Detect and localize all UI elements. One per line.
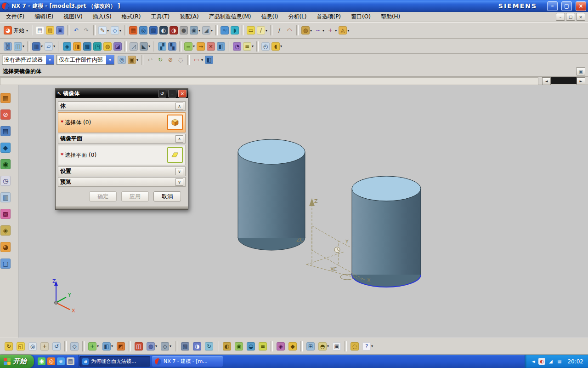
edge-blend-icon[interactable]: ◢▾ [202, 26, 213, 35]
datum-plane-icon-dropdown[interactable]: ▾ [119, 29, 121, 33]
save-icon[interactable]: ▣ [56, 26, 65, 35]
scroll-left-button[interactable]: ◄ [542, 77, 551, 85]
dropdown-arrow-icon[interactable]: ▾ [106, 55, 114, 64]
hole-icon[interactable]: ◉▾ [189, 26, 201, 35]
zoom-view-icon[interactable]: ◎ [28, 342, 37, 351]
color-palette-icon[interactable]: ▩ [0, 208, 11, 219]
through-curves-icon[interactable]: ≈ [220, 26, 229, 35]
ok-button[interactable]: 确定 [89, 191, 117, 201]
menu-format[interactable]: 格式(R) [117, 12, 146, 22]
menu-preferences[interactable]: 首选项(P) [312, 12, 345, 22]
layer-settings-icon[interactable]: ≡ [258, 342, 267, 351]
menu-tools[interactable]: 工具(T) [146, 12, 174, 22]
sketch-icon-dropdown[interactable]: ▾ [107, 29, 109, 33]
instance-geometry-icon[interactable]: ▚ [168, 42, 177, 51]
perspective-icon[interactable]: ◇ [70, 342, 79, 351]
prompt-panel-toggle-icon[interactable]: ▣ [576, 67, 585, 75]
process-studio-icon[interactable]: ▥ [0, 192, 11, 203]
section-preview-header[interactable]: 预览 ∨ [58, 177, 186, 187]
section-view-icon[interactable]: ◩ [116, 342, 125, 351]
sphere-icon-dropdown[interactable]: ▾ [310, 29, 312, 33]
close-button[interactable]: × [576, 1, 586, 11]
horizontal-scrollbar[interactable]: ◄ ► [0, 77, 588, 85]
analysis-curvature-icon[interactable]: ◔ [232, 42, 242, 51]
refresh-view-icon[interactable]: ↻ [4, 342, 13, 351]
select-plane-row[interactable]: * 选择平面 (0) [58, 145, 186, 165]
quick-launch-ie-icon[interactable]: e [57, 357, 65, 366]
edge-blend-icon-dropdown[interactable]: ▾ [211, 29, 213, 33]
menu-view[interactable]: 视图(V) [59, 12, 87, 22]
expressions-icon-dropdown[interactable]: ▾ [193, 44, 195, 48]
move-object-icon[interactable]: → [196, 42, 205, 51]
child-minimize-button[interactable]: – [556, 13, 565, 21]
right-cylinder-body[interactable] [352, 176, 421, 287]
snap-point-icon[interactable]: ◎ [117, 55, 126, 64]
rendering-style-icon-dropdown[interactable]: ▾ [155, 344, 157, 348]
edit-object-display-icon[interactable]: ◐ [222, 342, 232, 351]
mirror-geometry-icon-dropdown[interactable]: ▾ [23, 44, 24, 48]
minimize-button[interactable]: – [547, 1, 558, 11]
start-menu-button[interactable]: ◕开始▾ [3, 26, 28, 35]
tray-network-icon[interactable]: ▦ [555, 357, 563, 365]
menu-assemblies[interactable]: 装配(A) [175, 12, 204, 22]
cancel-button[interactable]: 取消 [153, 191, 181, 201]
sketch-icon[interactable]: ✎▾ [98, 26, 109, 35]
dialog-reset-button[interactable]: ↺ [158, 90, 166, 98]
datum-csys-icon[interactable]: ◬▾ [338, 26, 350, 35]
selection-scope-icon[interactable]: ▣▾ [127, 55, 139, 64]
apply-button[interactable]: 应用 [121, 191, 149, 201]
material-properties-icon[interactable]: ◆ [288, 342, 297, 351]
undo-icon[interactable]: ↶ [72, 26, 81, 35]
datum-csys-icon-dropdown[interactable]: ▾ [347, 29, 349, 33]
scope-filter-dropdown[interactable]: 仅在工作部件内部 ▾ [57, 55, 114, 65]
constraint-navigator-icon[interactable]: ⊘ [0, 109, 11, 120]
selection-scope-icon-dropdown[interactable]: ▾ [136, 58, 138, 62]
orient-view-icon-dropdown[interactable]: ▾ [327, 344, 329, 348]
tray-nx-icon[interactable]: ◐ [538, 357, 546, 365]
start-menu-button-dropdown[interactable]: ▾ [26, 29, 28, 33]
drafting-ruler-icon-dropdown[interactable]: ▾ [266, 29, 267, 33]
delete-face-icon[interactable]: × [206, 42, 215, 51]
taskbar-window-browser[interactable]: e 为何缝合面无法镜... [79, 356, 150, 367]
select-body-row[interactable]: * 选择体 (0) [58, 112, 186, 132]
through-curve-mesh-icon[interactable]: ▥▾ [32, 42, 43, 51]
menu-insert[interactable]: 插入(S) [88, 12, 116, 22]
roles-icon[interactable]: ◕ [0, 242, 11, 253]
fit-view-icon[interactable]: ◱ [16, 342, 25, 351]
boolean-intersect-icon[interactable]: ● [179, 26, 188, 35]
surface-analysis-icon[interactable]: ◴ [261, 42, 270, 51]
menu-analysis[interactable]: 分析(L) [283, 12, 311, 22]
history-icon[interactable]: ◷ [0, 175, 11, 186]
menu-edit[interactable]: 编辑(E) [30, 12, 58, 22]
orient-view-icon[interactable]: ◓▾ [318, 342, 329, 351]
start-button[interactable]: 开始 [0, 355, 34, 368]
immersive-shadow-icon[interactable]: ◒ [246, 342, 255, 351]
restore-button[interactable]: ▢ [561, 1, 572, 11]
select-body-button[interactable] [167, 115, 183, 130]
draft-icon[interactable]: ◿ [129, 42, 138, 51]
select-plane-button[interactable] [167, 147, 183, 163]
dialog-minimize-button[interactable]: – [168, 90, 176, 98]
redo-icon[interactable]: ↷ [82, 26, 91, 35]
command-finder-icon[interactable]: ◌ [350, 342, 359, 351]
background-icon[interactable]: ▧ [181, 342, 190, 351]
dialog-close-button[interactable]: × [178, 90, 187, 98]
reuse-library-icon[interactable]: ◆ [0, 142, 11, 153]
left-cylinder-body[interactable] [238, 139, 305, 250]
thicken-icon[interactable]: ▩ [83, 42, 92, 51]
chevron-up-icon[interactable]: ∧ [175, 103, 183, 110]
swept-icon[interactable]: ◗ [230, 26, 239, 35]
datum-plane-icon[interactable]: ◇▾ [110, 26, 122, 35]
quick-launch-media-icon[interactable]: ◎ [47, 357, 56, 366]
replace-view-icon[interactable]: ◧▾ [102, 342, 113, 351]
point-icon[interactable]: +▾ [326, 26, 337, 35]
replace-face-icon[interactable]: ◧ [216, 42, 226, 51]
chevron-up-icon[interactable]: ∧ [175, 135, 183, 143]
menu-file[interactable]: 文件(F) [1, 12, 29, 22]
reflection-analysis-icon-dropdown[interactable]: ▾ [280, 44, 282, 48]
spline-icon[interactable]: ~▾ [313, 26, 325, 35]
deselect-all-icon[interactable]: ⊘ [166, 55, 175, 64]
extract-geometry-icon[interactable]: ▞ [158, 42, 167, 51]
customize-tools-icon[interactable]: ◈ [0, 225, 11, 236]
new-layout-icon[interactable]: +▾ [88, 342, 99, 351]
